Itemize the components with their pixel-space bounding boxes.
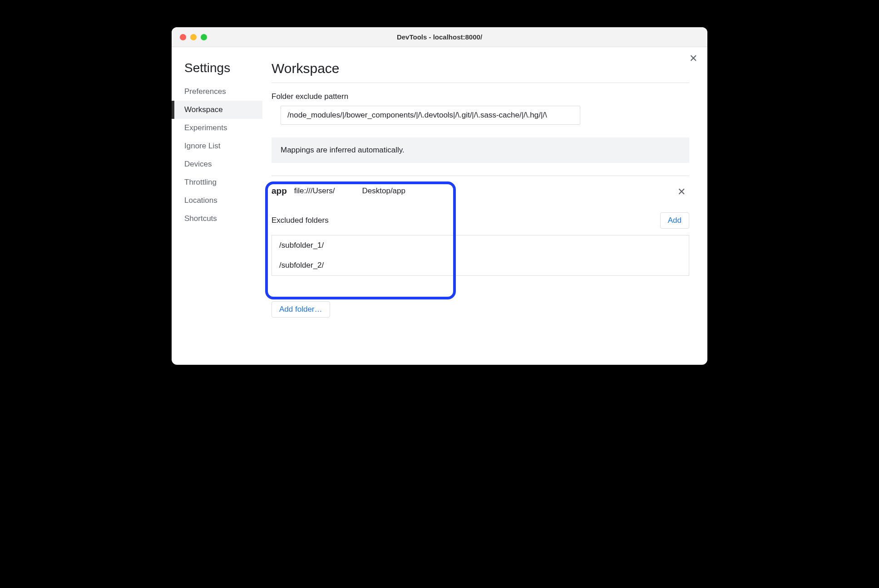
divider xyxy=(272,176,689,176)
folder-path-part2: Desktop/app xyxy=(362,186,405,196)
main-panel: Workspace Folder exclude pattern Mapping… xyxy=(262,47,707,365)
info-message: Mappings are inferred automatically. xyxy=(272,137,689,163)
titlebar: DevTools - localhost:8000/ xyxy=(172,27,707,47)
sidebar-item-ignore-list[interactable]: Ignore List xyxy=(172,137,262,155)
excluded-folders-label: Excluded folders xyxy=(272,216,329,225)
page-title: Workspace xyxy=(272,61,689,83)
sidebar-item-devices[interactable]: Devices xyxy=(172,155,262,173)
sidebar-item-locations[interactable]: Locations xyxy=(172,191,262,210)
add-folder-button[interactable]: Add folder… xyxy=(272,301,330,318)
add-folder-row: Add folder… xyxy=(272,301,689,318)
remove-folder-icon[interactable]: ✕ xyxy=(677,186,686,198)
excluded-folder-item[interactable]: /subfolder_1/ xyxy=(272,235,689,255)
excluded-folders-list: /subfolder_1/ /subfolder_2/ xyxy=(272,235,689,276)
sidebar-item-experiments[interactable]: Experiments xyxy=(172,119,262,137)
window-minimize-button[interactable] xyxy=(190,34,197,40)
close-icon[interactable]: ✕ xyxy=(689,54,697,64)
settings-sidebar: Settings Preferences Workspace Experimen… xyxy=(172,47,262,365)
excluded-folder-item[interactable]: /subfolder_2/ xyxy=(272,255,689,275)
traffic-lights xyxy=(172,34,207,40)
exclude-pattern-label: Folder exclude pattern xyxy=(272,92,689,101)
sidebar-item-preferences[interactable]: Preferences xyxy=(172,83,262,101)
window-title: DevTools - localhost:8000/ xyxy=(172,33,707,41)
exclude-pattern-input[interactable] xyxy=(281,106,580,125)
folder-path-part1: file:///Users/ xyxy=(294,186,335,196)
content-area: ✕ Settings Preferences Workspace Experim… xyxy=(172,47,707,365)
devtools-window: DevTools - localhost:8000/ ✕ Settings Pr… xyxy=(172,27,707,365)
sidebar-item-shortcuts[interactable]: Shortcuts xyxy=(172,210,262,228)
folder-path: file:///Users/ Desktop/app xyxy=(294,186,405,196)
sidebar-item-throttling[interactable]: Throttling xyxy=(172,173,262,191)
folder-header: app file:///Users/ Desktop/app ✕ xyxy=(272,186,689,196)
sidebar-title: Settings xyxy=(172,61,262,83)
sidebar-item-workspace[interactable]: Workspace xyxy=(172,101,262,119)
workspace-folder-section: app file:///Users/ Desktop/app ✕ Exclude… xyxy=(272,186,689,318)
excluded-folders-row: Excluded folders Add xyxy=(272,212,689,229)
add-excluded-button[interactable]: Add xyxy=(660,212,689,229)
window-close-button[interactable] xyxy=(180,34,186,40)
folder-name: app xyxy=(272,186,287,196)
window-maximize-button[interactable] xyxy=(201,34,207,40)
